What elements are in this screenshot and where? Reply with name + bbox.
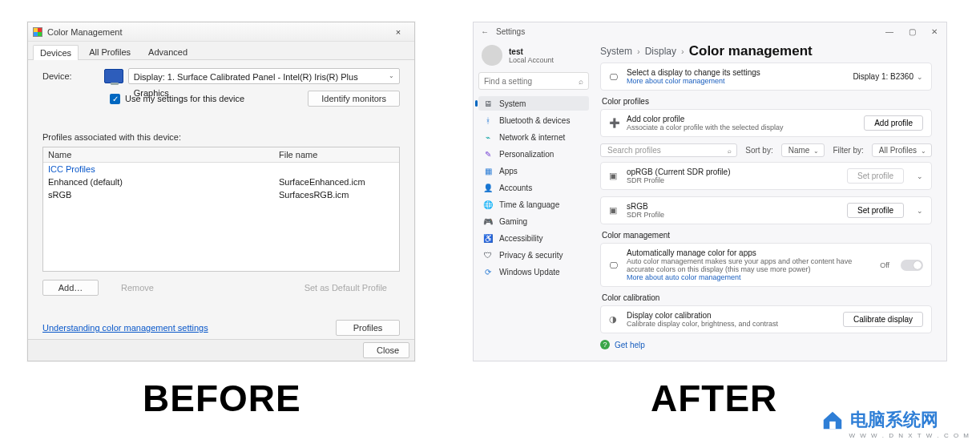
use-settings-checkbox[interactable]: ✓ Use my settings for this device	[110, 94, 244, 104]
watermark: 电脑系统网 W W W . D N X T W . C O M	[821, 408, 970, 439]
list-item[interactable]: sRGB SurfacesRGB.icm	[43, 188, 399, 201]
help-link[interactable]: Understanding color management settings	[42, 323, 208, 333]
profile-name: opRGB (Current SDR profile)	[627, 168, 730, 176]
sort-dropdown[interactable]: Name ⌄	[781, 143, 825, 157]
search-input[interactable]: Find a setting ⌕	[478, 72, 589, 90]
nav-icon: 🖥	[483, 99, 493, 108]
chevron-down-icon[interactable]: ⌄	[917, 172, 923, 180]
dialog-body: Device: Display: 1. Surface Calibrated P…	[28, 60, 414, 344]
close-icon[interactable]: ×	[387, 22, 409, 42]
auto-color-toggle[interactable]	[901, 260, 923, 271]
profiles-button[interactable]: Profiles	[336, 320, 400, 336]
watermark-en: W W W . D N X T W . C O M	[849, 432, 970, 439]
auto-color-subtitle: Auto color management makes sure your ap…	[627, 257, 873, 273]
chevron-down-icon[interactable]: ⌄	[917, 207, 923, 215]
list-header[interactable]: Name File name	[43, 147, 399, 163]
add-profile-card: ➕ Add color profile Associate a color pr…	[600, 109, 932, 137]
identify-monitors-button[interactable]: Identify monitors	[308, 91, 400, 107]
toggle-label: Off	[880, 261, 889, 269]
more-about-link[interactable]: More about color management	[627, 77, 760, 85]
tab-devices[interactable]: Devices	[33, 45, 79, 60]
window-title: Color Management	[47, 22, 123, 42]
sort-value: Name	[788, 146, 810, 155]
chevron-down-icon: ⌄	[921, 147, 926, 154]
sidebar-item-apps[interactable]: ▦Apps	[478, 163, 589, 178]
sidebar-item-windows-update[interactable]: ⟳Windows Update	[478, 264, 589, 279]
tab-advanced[interactable]: Advanced	[141, 44, 195, 59]
footer: Close	[28, 339, 414, 361]
device-label: Device:	[42, 71, 72, 81]
watermark-cn: 电脑系统网	[850, 410, 938, 430]
sidebar-item-gaming[interactable]: 🎮Gaming	[478, 214, 589, 228]
sidebar-item-system[interactable]: 🖥System	[478, 96, 589, 111]
set-default-button[interactable]: Set as Default Profile	[292, 281, 400, 295]
chevron-right-icon: ›	[637, 46, 640, 56]
auto-color-link[interactable]: More about auto color management	[627, 273, 873, 281]
profile-name: sRGB	[43, 188, 274, 201]
nav-icon: ✎	[483, 149, 493, 159]
auto-color-icon: 🖵	[609, 260, 620, 270]
add-profile-button[interactable]: Add profile	[864, 115, 923, 131]
sidebar: test Local Account Find a setting ⌕ 🖥Sys…	[474, 40, 594, 361]
app-icon	[33, 27, 42, 37]
nav-icon: 🌐	[483, 200, 493, 209]
set-profile-button[interactable]: Set profile	[847, 168, 904, 184]
sort-label: Sort by:	[745, 146, 772, 155]
sidebar-item-label: Windows Update	[499, 268, 560, 276]
filter-label: Filter by:	[833, 146, 863, 155]
profile-icon: ▣	[609, 205, 620, 216]
get-help-link[interactable]: Get help	[615, 341, 645, 349]
add-button[interactable]: Add…	[42, 280, 99, 296]
help-icon: ?	[600, 340, 610, 349]
user-block[interactable]: test Local Account	[478, 42, 589, 72]
remove-button[interactable]: Remove	[108, 281, 167, 295]
crumb-system[interactable]: System	[600, 46, 632, 57]
profile-file: SurfaceEnhanced.icm	[274, 176, 399, 188]
sidebar-item-label: System	[499, 99, 526, 108]
profile-subtitle: SDR Profile	[627, 176, 730, 184]
col-name[interactable]: Name	[43, 147, 274, 162]
sidebar-item-label: Personalization	[499, 150, 554, 159]
add-profile-subtitle: Associate a color profile with the selec…	[627, 123, 784, 131]
search-profiles-input[interactable]: Search profiles ⌕	[600, 143, 737, 157]
svg-rect-0	[829, 422, 836, 429]
close-icon[interactable]: ✕	[927, 27, 942, 36]
titlebar[interactable]: Color Management ×	[28, 22, 414, 42]
sidebar-item-accounts[interactable]: 👤Accounts	[478, 180, 589, 195]
tab-all-profiles[interactable]: All Profiles	[82, 44, 138, 59]
sidebar-item-time-language[interactable]: 🌐Time & language	[478, 197, 589, 212]
sidebar-item-privacy-security[interactable]: 🛡Privacy & security	[478, 248, 589, 262]
calibration-icon: ◑	[609, 314, 620, 325]
display-value[interactable]: Display 1: B2360	[853, 72, 913, 81]
calibration-title: Display color calibration	[627, 311, 778, 320]
tab-bar: Devices All Profiles Advanced	[28, 42, 414, 60]
crumb-display[interactable]: Display	[645, 46, 676, 57]
user-name: test	[509, 47, 554, 56]
close-button[interactable]: Close	[363, 342, 409, 358]
sidebar-item-bluetooth-devices[interactable]: ᚼBluetooth & devices	[478, 113, 589, 127]
device-dropdown[interactable]: Display: 1. Surface Calibrated Panel - I…	[128, 68, 400, 84]
main-content: System › Display › Color management 🖵 Se…	[594, 40, 946, 361]
monitor-icon: 🖵	[609, 72, 620, 82]
set-profile-button[interactable]: Set profile	[847, 203, 904, 218]
back-icon[interactable]: ←	[478, 27, 491, 36]
sidebar-item-network-internet[interactable]: ⌁Network & internet	[478, 130, 589, 144]
sidebar-item-accessibility[interactable]: ♿Accessibility	[478, 231, 589, 245]
titlebar[interactable]: ← Settings — ▢ ✕	[474, 22, 946, 40]
legacy-color-management-window: Color Management × Devices All Profiles …	[27, 22, 415, 361]
maximize-icon[interactable]: ▢	[905, 27, 919, 36]
sidebar-item-personalization[interactable]: ✎Personalization	[478, 147, 589, 161]
nav-icon: ▦	[483, 166, 493, 176]
filter-dropdown[interactable]: All Profiles ⌄	[872, 143, 932, 157]
nav-icon: ⌁	[483, 132, 493, 142]
sidebar-item-label: Accounts	[499, 184, 532, 192]
nav-icon: ⟳	[483, 267, 493, 276]
list-item[interactable]: Enhanced (default) SurfaceEnhanced.icm	[43, 176, 399, 188]
nav-icon: ♿	[483, 233, 493, 243]
minimize-icon[interactable]: —	[882, 27, 897, 36]
col-file[interactable]: File name	[274, 147, 399, 162]
calibrate-display-button[interactable]: Calibrate display	[843, 312, 923, 327]
monitor-icon	[104, 69, 123, 83]
sidebar-item-label: Bluetooth & devices	[499, 116, 570, 125]
auto-color-title: Automatically manage color for apps	[627, 248, 873, 257]
